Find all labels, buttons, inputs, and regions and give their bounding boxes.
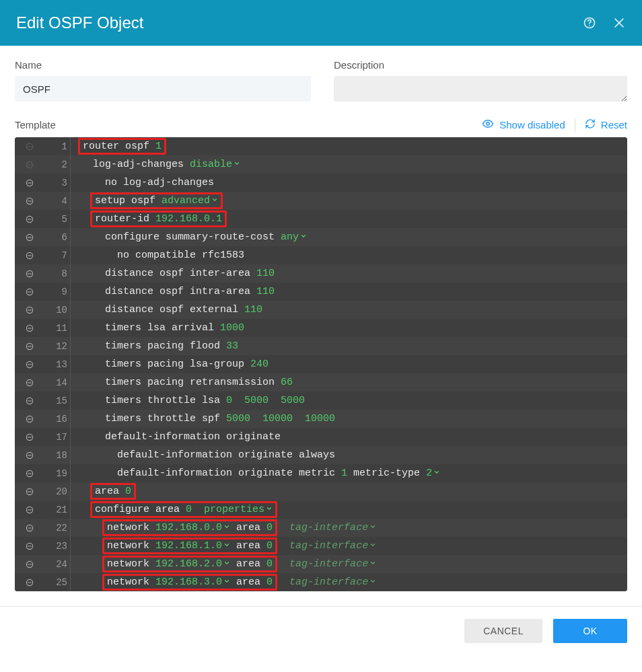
- line-content[interactable]: distance ospf external 110: [79, 304, 627, 315]
- chevron-down-icon[interactable]: [222, 576, 230, 588]
- fold-toggle-icon[interactable]: [15, 160, 44, 170]
- line-content[interactable]: area 0: [79, 483, 627, 500]
- line-content[interactable]: default-information originate: [79, 431, 627, 443]
- code-value[interactable]: 192.168.3.0: [155, 576, 222, 588]
- line-content[interactable]: network 192.168.2.0 area 0 tag-interface: [79, 556, 627, 572]
- code-value[interactable]: 1: [155, 141, 162, 152]
- code-value[interactable]: 10000: [262, 413, 293, 424]
- code-value[interactable]: 2: [426, 468, 432, 479]
- cancel-button[interactable]: CANCEL: [464, 619, 542, 643]
- fold-toggle-icon[interactable]: [15, 487, 44, 496]
- line-content[interactable]: default-information originate always: [79, 449, 627, 461]
- fold-toggle-icon[interactable]: [15, 342, 44, 351]
- line-content[interactable]: network 192.168.3.0 area 0 tag-interface: [79, 574, 627, 591]
- editor-line[interactable]: 16 timers throttle spf 5000 10000 10000: [15, 410, 627, 428]
- fold-toggle-icon[interactable]: [15, 178, 44, 188]
- editor-line[interactable]: 25 network 192.168.3.0 area 0 tag-interf…: [15, 573, 627, 591]
- chevron-down-icon[interactable]: [210, 195, 218, 207]
- code-value[interactable]: advanced: [162, 195, 210, 207]
- code-value[interactable]: 110: [244, 304, 262, 315]
- fold-toggle-icon[interactable]: [15, 578, 44, 587]
- fold-toggle-icon[interactable]: [15, 451, 44, 460]
- chevron-down-icon[interactable]: [368, 540, 376, 552]
- chevron-down-icon[interactable]: [222, 540, 230, 552]
- code-value[interactable]: 5000: [226, 413, 250, 424]
- editor-line[interactable]: 3 no log-adj-changes: [15, 174, 627, 192]
- description-textarea[interactable]: [334, 76, 627, 102]
- fold-toggle-icon[interactable]: [15, 233, 44, 242]
- fold-toggle-icon[interactable]: [15, 142, 44, 151]
- editor-line[interactable]: 18 default-information originate always: [15, 446, 627, 464]
- code-value[interactable]: disable: [190, 159, 232, 170]
- line-content[interactable]: timers throttle spf 5000 10000 10000: [79, 413, 627, 424]
- trailer-tag[interactable]: tag-interface: [289, 540, 368, 552]
- chevron-down-icon[interactable]: [222, 522, 230, 533]
- editor-line[interactable]: 14 timers pacing retransmission 66: [15, 373, 627, 391]
- code-value[interactable]: 1000: [220, 322, 244, 334]
- chevron-down-icon[interactable]: [264, 504, 273, 515]
- code-value[interactable]: 10000: [305, 413, 335, 424]
- editor-line[interactable]: 17 default-information originate: [15, 428, 627, 446]
- code-value[interactable]: 5000: [281, 395, 305, 406]
- fold-toggle-icon[interactable]: [15, 469, 44, 478]
- code-value[interactable]: 192.168.0.0: [155, 522, 222, 533]
- code-value[interactable]: 192.168.2.0: [155, 558, 222, 570]
- editor-line[interactable]: 2 log-adj-changes disable: [15, 155, 627, 174]
- editor-line[interactable]: 12 timers pacing flood 33: [15, 337, 627, 355]
- fold-toggle-icon[interactable]: [15, 287, 44, 297]
- editor-line[interactable]: 23 network 192.168.1.0 area 0 tag-interf…: [15, 537, 627, 555]
- fold-toggle-icon[interactable]: [15, 414, 44, 424]
- code-value[interactable]: 0: [266, 558, 273, 570]
- code-value[interactable]: 192.168.1.0: [155, 540, 222, 552]
- fold-toggle-icon[interactable]: [15, 215, 44, 224]
- fold-toggle-icon[interactable]: [15, 378, 44, 387]
- line-content[interactable]: no compatible rfc1583: [79, 250, 627, 261]
- fold-toggle-icon[interactable]: [15, 360, 44, 369]
- fold-toggle-icon[interactable]: [15, 505, 44, 515]
- code-value[interactable]: 110: [256, 286, 275, 297]
- line-content[interactable]: timers lsa arrival 1000: [79, 322, 627, 334]
- close-icon[interactable]: [612, 16, 626, 30]
- line-content[interactable]: network 192.168.0.0 area 0 tag-interface: [79, 519, 627, 536]
- reset-link[interactable]: Reset: [585, 118, 627, 131]
- code-value[interactable]: 0: [226, 395, 232, 406]
- trailer-tag[interactable]: tag-interface: [289, 576, 368, 588]
- chevron-down-icon[interactable]: [232, 159, 240, 170]
- fold-toggle-icon[interactable]: [15, 542, 44, 551]
- editor-line[interactable]: 1router ospf 1: [15, 137, 627, 155]
- code-value[interactable]: 5000: [244, 395, 269, 406]
- line-content[interactable]: router-id 192.168.0.1: [79, 211, 627, 227]
- code-value[interactable]: 0: [186, 504, 192, 515]
- fold-toggle-icon[interactable]: [15, 396, 44, 406]
- chevron-down-icon[interactable]: [432, 468, 440, 479]
- line-content[interactable]: distance ospf inter-area 110: [79, 268, 627, 279]
- trailer-tag[interactable]: tag-interface: [289, 522, 368, 533]
- line-content[interactable]: configure area 0 properties: [79, 501, 627, 518]
- line-content[interactable]: timers pacing retransmission 66: [79, 377, 627, 388]
- line-content[interactable]: network 192.168.1.0 area 0 tag-interface: [79, 537, 627, 554]
- editor-line[interactable]: 19 default-information originate metric …: [15, 464, 627, 482]
- editor-line[interactable]: 11 timers lsa arrival 1000: [15, 319, 627, 337]
- name-input[interactable]: [15, 76, 311, 102]
- editor-line[interactable]: 4 setup ospf advanced: [15, 192, 627, 210]
- line-content[interactable]: distance ospf intra-area 110: [79, 286, 627, 297]
- line-content[interactable]: configure summary-route-cost any: [79, 231, 627, 243]
- code-value[interactable]: 0: [266, 576, 273, 588]
- fold-toggle-icon[interactable]: [15, 196, 44, 206]
- editor-line[interactable]: 5 router-id 192.168.0.1: [15, 210, 627, 228]
- editor-line[interactable]: 21 configure area 0 properties: [15, 500, 627, 519]
- show-disabled-link[interactable]: Show disabled: [482, 118, 565, 132]
- line-content[interactable]: timers pacing flood 33: [79, 340, 627, 352]
- line-content[interactable]: timers pacing lsa-group 240: [79, 359, 627, 370]
- chevron-down-icon[interactable]: [368, 522, 376, 533]
- code-value[interactable]: 0: [266, 522, 273, 533]
- chevron-down-icon[interactable]: [368, 576, 376, 588]
- fold-toggle-icon[interactable]: [15, 269, 44, 278]
- trailer-tag[interactable]: tag-interface: [289, 558, 368, 570]
- line-content[interactable]: timers throttle lsa 0 5000 5000: [79, 395, 627, 406]
- chevron-down-icon[interactable]: [368, 558, 376, 570]
- code-value[interactable]: 66: [281, 377, 293, 388]
- code-value[interactable]: 0: [125, 486, 131, 497]
- help-icon[interactable]: [583, 16, 596, 30]
- line-content[interactable]: setup ospf advanced: [79, 192, 627, 209]
